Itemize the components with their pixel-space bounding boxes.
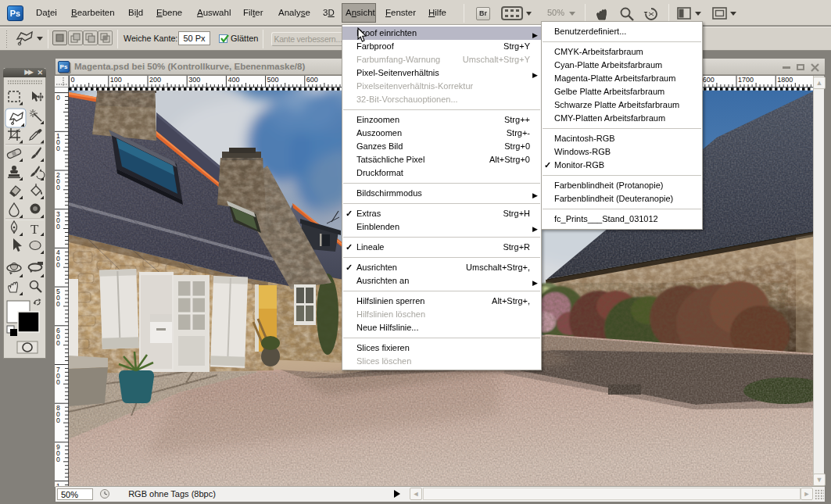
svg-text:0: 0 <box>56 145 60 152</box>
svg-text:1700: 1700 <box>738 76 754 84</box>
svg-text:1800: 1800 <box>777 76 793 84</box>
svg-text:200: 200 <box>149 76 161 84</box>
svg-text:0: 0 <box>56 261 60 269</box>
svg-text:500: 500 <box>267 76 279 84</box>
svg-text:600: 600 <box>306 76 318 84</box>
svg-text:100: 100 <box>110 76 122 84</box>
svg-text:0: 0 <box>56 456 60 463</box>
svg-text:300: 300 <box>188 76 200 84</box>
svg-text:0: 0 <box>56 339 60 347</box>
svg-text:0: 0 <box>56 378 60 386</box>
svg-text:0: 0 <box>71 76 75 84</box>
svg-text:0: 0 <box>56 300 60 308</box>
svg-text:0: 0 <box>56 184 60 191</box>
svg-text:0: 0 <box>56 94 60 102</box>
svg-text:0: 0 <box>56 223 60 231</box>
svg-text:T: T <box>30 222 39 237</box>
svg-text:0: 0 <box>56 416 60 424</box>
svg-text:400: 400 <box>227 76 239 84</box>
